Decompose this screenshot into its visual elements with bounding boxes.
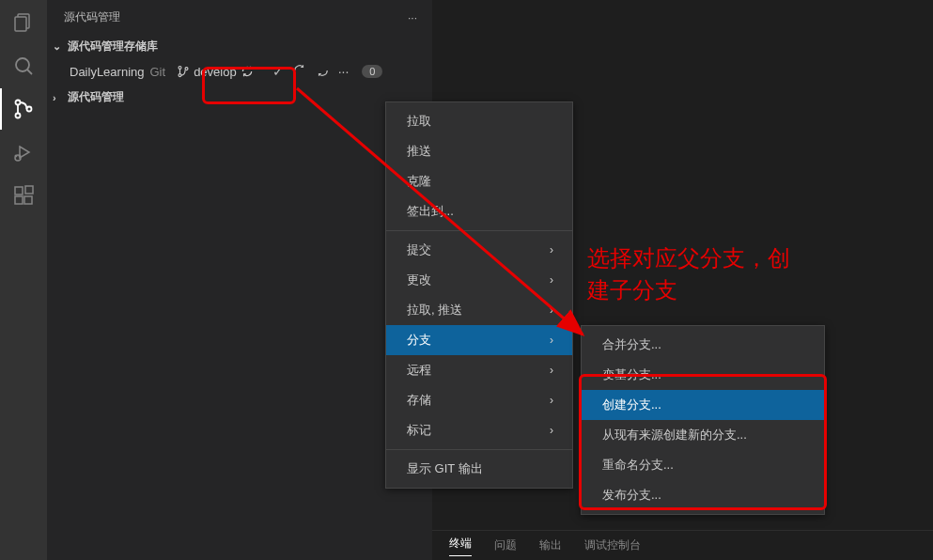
section-scm-header[interactable]: › 源代码管理: [47, 85, 432, 110]
terminal-tab-output[interactable]: 输出: [539, 537, 562, 553]
menu-merge-branch[interactable]: 合并分支...: [582, 330, 824, 360]
repo-row[interactable]: DailyLearning Git develop ✓ ··· 0: [47, 58, 432, 85]
menu-rename-branch[interactable]: 重命名分支...: [582, 450, 824, 480]
terminal-tab-problems[interactable]: 问题: [494, 537, 517, 553]
more-icon[interactable]: ···: [338, 64, 350, 79]
chevron-right-icon: ›: [550, 303, 553, 317]
svg-point-17: [185, 68, 188, 70]
sync-icon: [241, 65, 254, 78]
sidebar: 源代码管理 ··· ⌄ 源代码管理存储库 DailyLearning Git d…: [47, 0, 432, 560]
menu-separator: [386, 449, 572, 450]
sidebar-title: 源代码管理: [64, 9, 120, 25]
terminal-panel-tabs: 终端 问题 输出 调试控制台: [432, 530, 933, 560]
menu-create-branch-from[interactable]: 从现有来源创建新的分支...: [582, 420, 824, 450]
refresh-icon-2[interactable]: [316, 64, 329, 80]
chevron-right-icon: ›: [550, 243, 553, 257]
svg-rect-12: [15, 196, 23, 204]
chevron-right-icon: ›: [550, 364, 553, 377]
sidebar-header: 源代码管理 ···: [47, 0, 432, 35]
chevron-down-icon: ⌄: [53, 40, 64, 53]
explorer-icon[interactable]: [10, 9, 37, 36]
menu-tags[interactable]: 标记›: [386, 415, 572, 445]
search-icon[interactable]: [10, 53, 37, 79]
svg-rect-1: [15, 17, 26, 31]
branch-icon: [177, 65, 190, 78]
debug-icon[interactable]: [10, 139, 37, 165]
svg-rect-13: [24, 196, 32, 204]
menu-create-branch[interactable]: 创建分支...: [582, 390, 824, 420]
activity-bar: [0, 0, 47, 560]
menu-branch[interactable]: 分支›: [386, 325, 572, 355]
more-actions-icon[interactable]: ···: [408, 11, 417, 24]
menu-pull-push[interactable]: 拉取, 推送›: [386, 295, 572, 325]
svg-marker-7: [20, 147, 29, 158]
chevron-right-icon: ›: [550, 334, 553, 347]
changes-badge: 0: [362, 65, 382, 78]
chevron-right-icon: ›: [550, 394, 553, 407]
section-scm-label: 源代码管理: [68, 89, 124, 105]
menu-pull[interactable]: 拉取: [386, 106, 572, 136]
section-repos-label: 源代码管理存储库: [68, 39, 158, 54]
branch-name: develop: [194, 65, 237, 79]
branch-chip[interactable]: develop: [171, 63, 259, 81]
terminal-tab-terminal[interactable]: 终端: [449, 536, 472, 556]
svg-rect-14: [25, 186, 33, 194]
menu-remote[interactable]: 远程›: [386, 355, 572, 385]
menu-separator: [386, 230, 572, 231]
menu-show-git-output[interactable]: 显示 GIT 输出: [386, 454, 572, 484]
repo-name: DailyLearning: [70, 65, 145, 79]
menu-publish-branch[interactable]: 发布分支...: [582, 480, 824, 510]
menu-changes[interactable]: 更改›: [386, 265, 572, 295]
svg-line-3: [27, 70, 32, 74]
repo-type: Git: [150, 65, 166, 79]
svg-point-2: [16, 58, 29, 71]
menu-stash[interactable]: 存储›: [386, 385, 572, 415]
svg-point-15: [179, 66, 181, 69]
chevron-right-icon: ›: [53, 92, 64, 103]
extensions-icon[interactable]: [10, 182, 37, 209]
refresh-icon[interactable]: [293, 64, 306, 80]
context-submenu-branch: 合并分支... 变基分支... 创建分支... 从现有来源创建新的分支... 重…: [581, 325, 825, 515]
source-control-icon[interactable]: [10, 96, 37, 122]
commit-check-icon[interactable]: ✓: [272, 64, 284, 79]
chevron-right-icon: ›: [550, 424, 553, 437]
context-menu-main: 拉取 推送 克隆 签出到... 提交› 更改› 拉取, 推送› 分支› 远程› …: [385, 101, 573, 489]
menu-commit[interactable]: 提交›: [386, 235, 572, 265]
menu-checkout[interactable]: 签出到...: [386, 196, 572, 226]
terminal-tab-debug[interactable]: 调试控制台: [584, 537, 641, 553]
repo-actions: ✓ ··· 0: [272, 64, 383, 80]
section-repos-header[interactable]: ⌄ 源代码管理存储库: [47, 35, 432, 58]
menu-clone[interactable]: 克隆: [386, 166, 572, 196]
svg-point-5: [16, 114, 21, 118]
annotation-text: 选择对应父分支，创 建子分支: [587, 242, 790, 305]
svg-point-16: [179, 74, 181, 77]
menu-push[interactable]: 推送: [386, 136, 572, 166]
menu-rebase-branch[interactable]: 变基分支...: [582, 360, 824, 390]
chevron-right-icon: ›: [550, 273, 553, 287]
svg-point-4: [16, 101, 21, 105]
svg-rect-11: [15, 187, 23, 194]
